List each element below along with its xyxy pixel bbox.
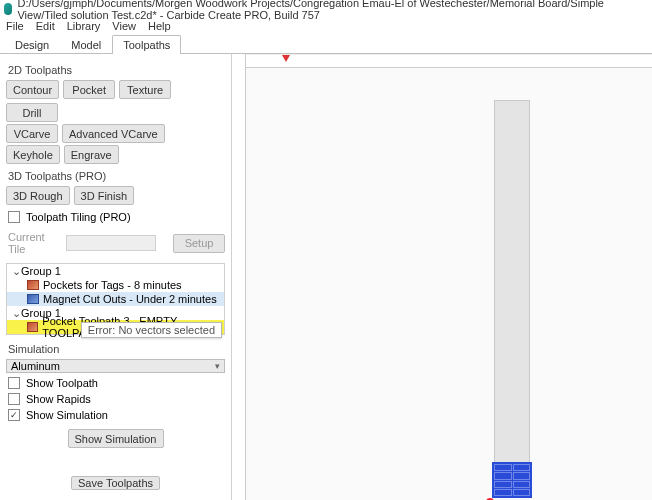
current-tile-field [66, 235, 156, 251]
contour-button[interactable]: Contour [6, 80, 59, 99]
3d-rough-button[interactable]: 3D Rough [6, 186, 70, 205]
window-title: D:/Users/gjmph/Documents/Morgen Woodwork… [17, 0, 648, 21]
workspace: 2D Toolpaths Contour Pocket Texture Dril… [0, 54, 652, 500]
current-tile-row: Current Tile Setup [8, 231, 225, 255]
engrave-button[interactable]: Engrave [64, 145, 119, 164]
toolpath-tree[interactable]: ⌄ Group 1 Pockets for Tags - 8 minutes M… [6, 263, 225, 335]
menu-library[interactable]: Library [67, 20, 101, 32]
checkbox-label: Show Rapids [26, 393, 91, 405]
drill-button[interactable]: Drill [6, 103, 58, 122]
simulation-title: Simulation [8, 343, 225, 355]
tiling-checkbox[interactable] [8, 211, 20, 223]
toolpath-icon [27, 294, 39, 304]
vertical-ruler [232, 54, 246, 500]
show-rapids-checkbox[interactable] [8, 393, 20, 405]
tree-item-label: Magnet Cut Outs - Under 2 minutes [43, 293, 217, 305]
tree-group[interactable]: ⌄ Group 1 [7, 264, 224, 278]
tree-item-label: Pockets for Tags - 8 minutes [43, 279, 182, 291]
material-select[interactable]: Aluminum ▾ [6, 359, 225, 373]
advanced-vcarve-button[interactable]: Advanced VCarve [62, 124, 165, 143]
tiling-setup-button[interactable]: Setup [173, 234, 225, 253]
show-simulation-button[interactable]: Show Simulation [68, 429, 164, 448]
tab-toolpaths[interactable]: Toolpaths [112, 35, 181, 54]
ruler-marker-icon [282, 55, 290, 62]
app-logo-icon [4, 3, 12, 15]
title-bar: D:/Users/gjmph/Documents/Morgen Woodwork… [0, 0, 652, 18]
tab-design[interactable]: Design [4, 35, 60, 54]
tiling-row: Toolpath Tiling (PRO) [8, 211, 225, 223]
horizontal-ruler [246, 54, 652, 68]
vcarve-button[interactable]: VCarve [6, 124, 58, 143]
chevron-down-icon[interactable]: ⌄ [11, 265, 21, 278]
tree-item-selected[interactable]: Magnet Cut Outs - Under 2 minutes [7, 292, 224, 306]
checkbox-label: Show Simulation [26, 409, 108, 421]
design-stage[interactable] [246, 68, 652, 500]
tab-bar: Design Model Toolpaths [0, 34, 652, 54]
tree-group-label: Group 1 [21, 265, 61, 277]
tab-model[interactable]: Model [60, 35, 112, 54]
keyhole-button[interactable]: Keyhole [6, 145, 60, 164]
show-rapids-row: Show Rapids [8, 393, 225, 405]
show-simulation-row: Show Simulation [8, 409, 225, 421]
canvas-area[interactable] [232, 54, 652, 500]
material-value: Aluminum [11, 360, 60, 372]
tiling-label: Toolpath Tiling (PRO) [26, 211, 131, 223]
pocket-button[interactable]: Pocket [63, 80, 115, 99]
toolpath-icon [27, 322, 38, 332]
show-toolpath-row: Show Toolpath [8, 377, 225, 389]
stock-rectangle[interactable] [494, 100, 530, 494]
chevron-down-icon: ▾ [215, 361, 220, 371]
texture-button[interactable]: Texture [119, 80, 171, 99]
menu-file[interactable]: File [6, 20, 24, 32]
section-3d-title: 3D Toolpaths (PRO) [8, 170, 225, 182]
error-tooltip: Error: No vectors selected [81, 322, 222, 338]
section-2d-title: 2D Toolpaths [8, 64, 225, 76]
menu-view[interactable]: View [112, 20, 136, 32]
checkbox-label: Show Toolpath [26, 377, 98, 389]
show-toolpath-checkbox[interactable] [8, 377, 20, 389]
toolpath-icon [27, 280, 39, 290]
chevron-down-icon[interactable]: ⌄ [11, 307, 21, 320]
current-tile-label: Current Tile [8, 231, 60, 255]
menu-help[interactable]: Help [148, 20, 171, 32]
3d-finish-button[interactable]: 3D Finish [74, 186, 134, 205]
selected-vectors[interactable] [492, 462, 532, 498]
tooltip-text: Error: No vectors selected [88, 324, 215, 336]
toolpath-2d-buttons: Contour Pocket Texture Drill [6, 80, 225, 122]
tree-item[interactable]: Pockets for Tags - 8 minutes [7, 278, 224, 292]
save-toolpaths-button[interactable]: Save Toolpaths [71, 476, 160, 490]
left-panel: 2D Toolpaths Contour Pocket Texture Dril… [0, 54, 232, 500]
show-simulation-checkbox[interactable] [8, 409, 20, 421]
menu-edit[interactable]: Edit [36, 20, 55, 32]
